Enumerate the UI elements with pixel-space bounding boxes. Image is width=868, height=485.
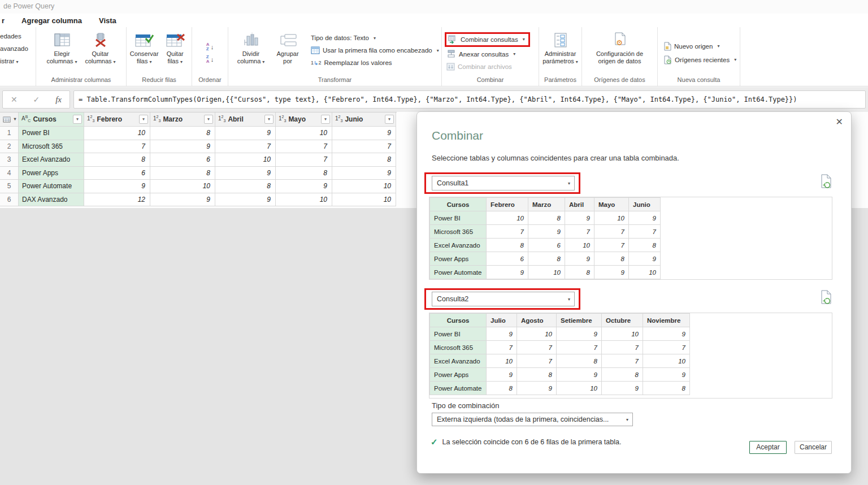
preview-cell[interactable]: 7 (594, 239, 629, 252)
preview-cell[interactable]: 8 (594, 252, 629, 266)
preview-cell[interactable]: Excel Avanzado (430, 354, 487, 368)
cell-value[interactable]: 9 (84, 180, 150, 193)
cell-value[interactable]: 6 (84, 167, 150, 180)
preview-cell[interactable]: Power Automate (430, 382, 487, 395)
preview-cell[interactable]: 7 (629, 225, 661, 239)
preview-cell[interactable]: 10 (643, 354, 690, 368)
preview-cell[interactable]: 7 (594, 225, 629, 239)
refresh-preview-icon[interactable] (819, 174, 833, 189)
row-number[interactable]: 2 (0, 140, 19, 154)
preview-cell[interactable]: 7 (557, 341, 602, 354)
preview-cell[interactable]: 7 (517, 341, 557, 354)
cell-value[interactable]: 9 (215, 167, 276, 180)
cell-value[interactable]: 9 (215, 127, 276, 140)
agrupar-por-button[interactable]: Agrupar por (272, 30, 303, 65)
preview-cell[interactable]: 9 (487, 266, 528, 279)
preview-col-abril[interactable]: Abril (565, 198, 594, 211)
column-header-mayo[interactable]: 123Mayo▾ (276, 112, 332, 127)
cell-value[interactable]: 7 (276, 140, 332, 154)
filter-dropdown-button[interactable]: ▾ (204, 115, 213, 124)
preview-col-cursos[interactable]: Cursos (430, 314, 487, 327)
nuevo-origen-button[interactable]: Nuevo origen▾ (663, 40, 719, 53)
cancelar-button[interactable]: Cancelar (795, 441, 832, 454)
reemplazar-valores-button[interactable]: 1↳2 Reemplazar los valores (311, 57, 439, 69)
column-header-abril[interactable]: 123Abril▾ (215, 112, 276, 127)
cell-value[interactable]: 9 (332, 167, 396, 180)
fx-icon[interactable]: fx (55, 95, 62, 105)
preview-cell[interactable]: Microsoft 365 (430, 341, 487, 354)
preview-cell[interactable]: 10 (517, 327, 557, 341)
filter-dropdown-button[interactable]: ▾ (73, 115, 82, 124)
cell-value[interactable]: 10 (276, 127, 332, 140)
preview-cell[interactable]: 10 (487, 211, 528, 225)
preview-cell[interactable]: 8 (629, 239, 661, 252)
cell-value[interactable]: 9 (215, 193, 276, 207)
preview-cell[interactable]: 9 (557, 368, 602, 382)
preview-cell[interactable]: 8 (643, 382, 690, 395)
cell-value[interactable]: 7 (276, 153, 332, 167)
preview-cell[interactable]: 8 (565, 266, 594, 279)
cell-curso[interactable]: Microsoft 365 (19, 140, 84, 154)
preview-cell[interactable]: 7 (602, 354, 643, 368)
preview-col-octubre[interactable]: Octubre (602, 314, 643, 327)
preview-cell[interactable]: 9 (565, 211, 594, 225)
consulta1-select[interactable]: Consulta1 ▾ (432, 176, 575, 190)
preview-cell[interactable]: 10 (528, 266, 565, 279)
conservar-filas-button[interactable]: Conservar filas▾ (129, 30, 159, 66)
preview-cell[interactable]: Excel Avanzado (430, 239, 487, 252)
preview-cell[interactable]: 8 (517, 368, 557, 382)
tab-transformar-truncated[interactable]: r (2, 16, 5, 25)
cell-value[interactable]: 10 (332, 193, 396, 207)
cell-value[interactable]: 6 (150, 153, 215, 167)
preview-col-febrero[interactable]: Febrero (487, 198, 528, 211)
preview-cell[interactable]: Power Automate (430, 266, 487, 279)
preview-cell[interactable]: 9 (487, 368, 517, 382)
cell-value[interactable]: 7 (332, 140, 396, 154)
preview-col-agosto[interactable]: Agosto (517, 314, 557, 327)
anexar-consultas-button[interactable]: Anexar consultas▾ (446, 48, 515, 60)
preview-cell[interactable]: 6 (528, 239, 565, 252)
row-number[interactable]: 4 (0, 167, 19, 180)
cancel-formula-icon[interactable]: ✕ (11, 95, 18, 104)
cell-value[interactable]: 10 (332, 180, 396, 193)
preview-cell[interactable]: 8 (602, 368, 643, 382)
row-number[interactable]: 6 (0, 193, 19, 207)
column-header-junio[interactable]: 123Junio▾ (332, 112, 396, 127)
preview-col-junio[interactable]: Junio (629, 198, 661, 211)
preview-cell[interactable]: Microsoft 365 (430, 225, 487, 239)
preview-cell[interactable]: Power BI (430, 211, 487, 225)
administrar-button-truncated[interactable]: istrar▾ (0, 58, 36, 64)
preview-cell[interactable]: 9 (643, 327, 690, 341)
formula-input[interactable]: = Table.TransformColumnTypes(Origen,{{"C… (73, 90, 866, 109)
preview-col-setiembre[interactable]: Setiembre (557, 314, 602, 327)
column-header-cursos[interactable]: ABCCursos▾ (19, 112, 84, 127)
preview-cell[interactable]: 9 (594, 266, 629, 279)
grid-corner-button[interactable]: ▾ (0, 112, 19, 127)
tipo-de-datos-button[interactable]: Tipo de datos: Texto▾ (311, 32, 439, 44)
preview-cell[interactable]: 7 (487, 225, 528, 239)
cell-value[interactable]: 7 (84, 140, 150, 154)
cell-value[interactable]: 9 (332, 127, 396, 140)
preview-cell[interactable]: 9 (528, 225, 565, 239)
cell-value[interactable]: 10 (276, 193, 332, 207)
preview-cell[interactable]: Power BI (430, 327, 487, 341)
preview-cell[interactable]: 7 (643, 341, 690, 354)
preview-cell[interactable]: Power Apps (430, 368, 487, 382)
usar-primera-fila-button[interactable]: Usar la primera fila como encabezado▾ (311, 44, 439, 57)
cell-curso[interactable]: Power Automate (19, 180, 84, 193)
preview-cell[interactable]: 9 (629, 211, 661, 225)
preview-cell[interactable]: 10 (557, 382, 602, 395)
administrar-parametros-button[interactable]: Administrar parámetros▾ (541, 30, 579, 66)
preview-cell[interactable]: 8 (528, 252, 565, 266)
elegir-columnas-button[interactable]: Elegir columnas▾ (44, 30, 81, 66)
preview-cell[interactable]: 9 (565, 252, 594, 266)
cell-value[interactable]: 8 (84, 153, 150, 167)
close-icon[interactable]: ✕ (836, 116, 843, 127)
cell-value[interactable]: 8 (332, 153, 396, 167)
preview-cell[interactable]: 8 (557, 354, 602, 368)
dividir-columna-button[interactable]: Dividir columna▾ (234, 30, 268, 66)
cell-value[interactable]: 7 (215, 140, 276, 154)
configuracion-origen-button[interactable]: ⚙ Configuración de origen de datos (588, 30, 652, 65)
cell-value[interactable]: 8 (150, 167, 215, 180)
preview-cell[interactable]: 10 (602, 327, 643, 341)
